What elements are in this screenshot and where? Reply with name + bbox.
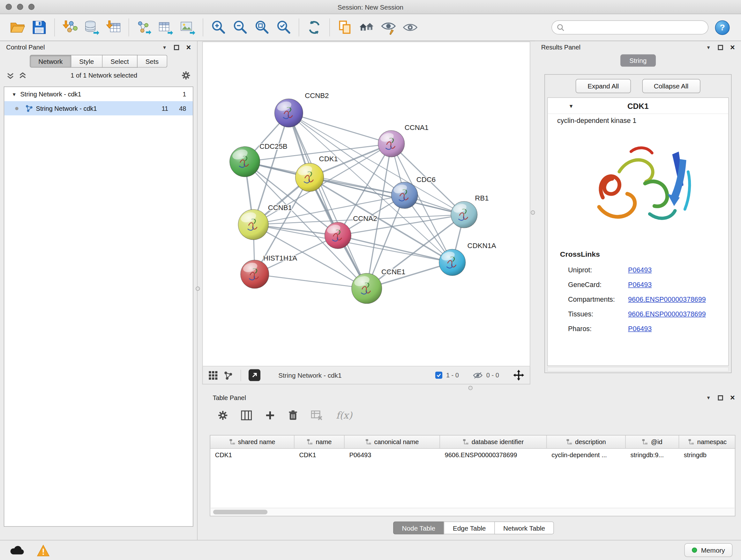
edge-CCNB2-CCNE1[interactable] — [289, 113, 367, 288]
open-session-button[interactable] — [7, 17, 28, 38]
panel-float-icon[interactable] — [718, 395, 723, 400]
export-image-button[interactable] — [177, 17, 199, 38]
network-view-toolbar: String Network - cdk1 1 - 0 0 - 0 — [202, 367, 530, 384]
crosslink-value[interactable]: P06493 — [628, 266, 652, 273]
save-session-button[interactable] — [28, 17, 50, 38]
tab-sets[interactable]: Sets — [137, 55, 167, 68]
panel-close-icon[interactable]: × — [186, 45, 191, 50]
hide-selected-button[interactable] — [378, 17, 399, 38]
search-box[interactable] — [551, 20, 709, 35]
help-button[interactable]: ? — [715, 20, 730, 35]
panel-menu-icon[interactable]: ▼ — [706, 395, 711, 400]
network-view[interactable]: CCNB2CCNA1CDC25BCDK1CDC6RB1CCNB1CCNA2CDK… — [202, 42, 530, 366]
panel-float-icon[interactable] — [174, 45, 179, 50]
expand-all-button[interactable]: Expand All — [576, 79, 630, 93]
column-header-database-identifier[interactable]: database identifier — [440, 435, 547, 448]
search-input[interactable] — [567, 23, 703, 31]
first-neighbors-button[interactable] — [356, 17, 378, 38]
control-panel-tabs: NetworkStyleSelectSets — [0, 55, 197, 68]
edge-CCNB2-RB1[interactable] — [289, 113, 464, 214]
tab-select[interactable]: Select — [103, 55, 137, 68]
column-header-name[interactable]: name — [294, 435, 345, 448]
crosslink-label: Pharos: — [568, 325, 628, 332]
expand-all-icon[interactable] — [19, 71, 26, 79]
protein-name: CDK1 — [548, 98, 728, 114]
export-network-button[interactable] — [133, 17, 155, 38]
bottom-splitter-handle[interactable] — [468, 386, 473, 390]
table-hscrollbar[interactable] — [211, 508, 734, 515]
protein-structure-image — [574, 127, 702, 244]
crosslink-value[interactable]: 9606.ENSP00000378699 — [628, 310, 706, 318]
columns-icon[interactable] — [241, 410, 252, 420]
right-splitter-handle[interactable] — [531, 210, 535, 214]
import-network-database-button[interactable] — [81, 17, 103, 38]
column-header-id[interactable]: @id — [626, 435, 679, 448]
disclosure-triangle-icon[interactable]: ▼ — [12, 91, 17, 97]
show-all-button[interactable] — [399, 17, 421, 38]
panel-menu-icon[interactable]: ▼ — [162, 45, 167, 50]
table-body: CDK1CDK1P064939606.ENSP00000378699cyclin… — [210, 449, 735, 461]
column-header-description[interactable]: description — [547, 435, 625, 448]
warning-icon[interactable] — [37, 545, 50, 557]
zoom-in-icon — [210, 19, 226, 36]
zoom-out-button[interactable] — [229, 17, 251, 38]
tab-string[interactable]: String — [620, 54, 656, 67]
attribute-type-icon — [642, 439, 648, 445]
fit-content-button[interactable] — [251, 17, 273, 38]
network-graph[interactable]: CCNB2CCNA1CDC25BCDK1CDC6RB1CCNB1CCNA2CDK… — [203, 42, 530, 366]
memory-button[interactable]: Memory — [684, 543, 732, 557]
tab-node-table[interactable]: Node Table — [393, 521, 444, 534]
tab-network-table[interactable]: Network Table — [494, 521, 554, 534]
function-builder-button: f(x) — [336, 409, 352, 421]
add-icon[interactable] — [265, 410, 275, 420]
copy-button[interactable] — [334, 17, 356, 38]
crosslinks-rows: Uniprot:P06493GeneCard:P06493Compartment… — [560, 262, 728, 336]
edge-CCNA2-CDKN1A[interactable] — [338, 235, 452, 262]
panel-float-icon[interactable] — [718, 45, 723, 50]
network-collection-row[interactable]: ▼ String Network - cdk1 1 — [4, 87, 193, 101]
panel-close-icon[interactable]: × — [730, 395, 735, 400]
tab-network[interactable]: Network — [30, 55, 71, 68]
results-scrollbar[interactable] — [547, 367, 729, 372]
panel-menu-icon[interactable]: ▼ — [706, 45, 711, 50]
fit-content-icon — [254, 19, 270, 36]
birds-eye-view-button[interactable] — [208, 370, 218, 380]
edge-CCNB2-CCNA1[interactable] — [289, 113, 391, 144]
network-edge-count: 48 — [179, 105, 186, 112]
pan-crosshair-icon[interactable] — [513, 370, 524, 381]
hidden-eye-icon[interactable] — [473, 371, 482, 380]
refresh-button[interactable] — [304, 17, 325, 38]
crosslink-value[interactable]: P06493 — [628, 281, 652, 288]
collapse-all-button[interactable]: Collapse All — [642, 79, 700, 93]
column-header-shared-name[interactable]: shared name — [210, 435, 294, 448]
import-network-file-button[interactable] — [59, 17, 81, 38]
edge-HIST1H1A-CCNE1[interactable] — [255, 274, 367, 288]
collapse-all-icon[interactable] — [7, 71, 14, 79]
zoom-selected-button[interactable] — [273, 17, 294, 38]
detach-view-button[interactable] — [249, 369, 260, 381]
export-table-button[interactable] — [155, 17, 177, 38]
table-row[interactable]: CDK1CDK1P064939606.ENSP00000378699cyclin… — [210, 449, 735, 461]
attribute-type-icon — [566, 439, 572, 445]
scrollbar-thumb[interactable] — [213, 509, 267, 514]
network-row[interactable]: String Network - cdk1 11 48 — [4, 101, 193, 115]
protein-section-header[interactable]: ▼ CDK1 — [548, 98, 728, 114]
gear-icon[interactable] — [182, 71, 191, 80]
left-splitter-handle[interactable] — [196, 287, 200, 291]
crosslink-value[interactable]: 9606.ENSP00000378699 — [628, 295, 706, 303]
tab-edge-table[interactable]: Edge Table — [444, 521, 495, 534]
gear-icon[interactable] — [218, 410, 228, 420]
column-header-canonical-name[interactable]: canonical name — [345, 435, 440, 448]
delete-icon[interactable] — [288, 410, 298, 421]
cloud-icon[interactable] — [10, 545, 24, 556]
crosslink-value[interactable]: P06493 — [628, 325, 652, 332]
column-header-namespac[interactable]: namespac — [679, 435, 736, 448]
import-table-file-button[interactable] — [103, 17, 124, 38]
tab-style[interactable]: Style — [71, 55, 103, 68]
network-selection-summary: 1 of 1 Network selected — [31, 72, 177, 79]
panel-close-icon[interactable]: × — [730, 45, 735, 50]
selected-checkbox-icon[interactable] — [435, 372, 442, 379]
zoom-selected-icon — [275, 19, 291, 36]
zoom-in-button[interactable] — [207, 17, 229, 38]
graphics-details-button[interactable] — [223, 370, 233, 380]
